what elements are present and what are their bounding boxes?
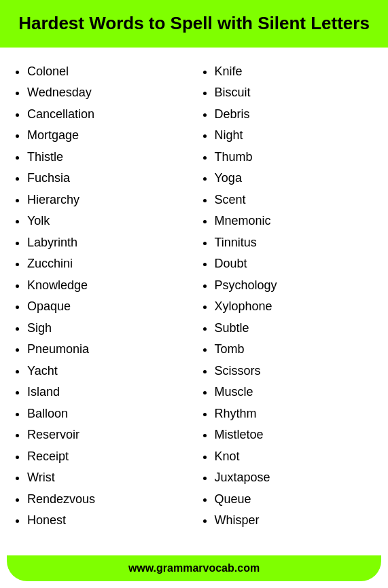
list-item: Pneumonia — [27, 339, 188, 361]
page-footer: www.grammarvocab.com — [7, 555, 381, 581]
list-item: Muscle — [215, 382, 375, 403]
list-item: Zucchini — [27, 253, 188, 275]
left-word-list: ColonelWednesdayCancellationMortgageThis… — [14, 61, 188, 532]
list-item: Queue — [215, 489, 375, 511]
list-item: Subtle — [215, 318, 375, 339]
list-item: Receipt — [27, 446, 188, 468]
content-area: ColonelWednesdayCancellationMortgageThis… — [0, 48, 388, 555]
right-column: KnifeBiscuitDebrisNightThumbYogaScentMne… — [194, 61, 382, 542]
page-header: Hardest Words to Spell with Silent Lette… — [0, 0, 388, 48]
list-item: Sigh — [27, 318, 188, 339]
left-column: ColonelWednesdayCancellationMortgageThis… — [7, 61, 194, 542]
list-item: Tomb — [215, 339, 375, 361]
list-item: Wednesday — [27, 82, 188, 104]
list-item: Night — [215, 125, 375, 147]
list-item: Psychology — [215, 275, 375, 297]
list-item: Reservoir — [27, 424, 188, 446]
list-item: Thistle — [27, 147, 188, 168]
list-item: Island — [27, 382, 188, 403]
right-word-list: KnifeBiscuitDebrisNightThumbYogaScentMne… — [201, 61, 375, 532]
list-item: Scissors — [215, 361, 375, 382]
list-item: Opaque — [27, 296, 188, 318]
list-item: Balloon — [27, 403, 188, 425]
list-item: Doubt — [215, 253, 375, 275]
list-item: Mnemonic — [215, 210, 375, 232]
list-item: Colonel — [27, 61, 188, 83]
list-item: Yolk — [27, 210, 188, 232]
list-item: Fuchsia — [27, 168, 188, 189]
list-item: Hierarchy — [27, 189, 188, 211]
list-item: Mistletoe — [215, 424, 375, 446]
list-item: Knowledge — [27, 275, 188, 297]
list-item: Rhythm — [215, 403, 375, 425]
list-item: Scent — [215, 189, 375, 211]
footer-url: www.grammarvocab.com — [128, 562, 260, 574]
list-item: Juxtapose — [215, 467, 375, 489]
list-item: Whisper — [215, 510, 375, 532]
list-item: Biscuit — [215, 82, 375, 104]
list-item: Cancellation — [27, 104, 188, 126]
list-item: Debris — [215, 104, 375, 126]
list-item: Yacht — [27, 361, 188, 382]
list-item: Thumb — [215, 147, 375, 168]
list-item: Mortgage — [27, 125, 188, 147]
list-item: Knot — [215, 446, 375, 468]
list-item: Labyrinth — [27, 232, 188, 254]
list-item: Knife — [215, 61, 375, 83]
list-item: Rendezvous — [27, 489, 188, 511]
list-item: Wrist — [27, 467, 188, 489]
list-item: Xylophone — [215, 296, 375, 318]
list-item: Honest — [27, 510, 188, 532]
page-title: Hardest Words to Spell with Silent Lette… — [14, 12, 374, 35]
list-item: Yoga — [215, 168, 375, 189]
list-item: Tinnitus — [215, 232, 375, 254]
